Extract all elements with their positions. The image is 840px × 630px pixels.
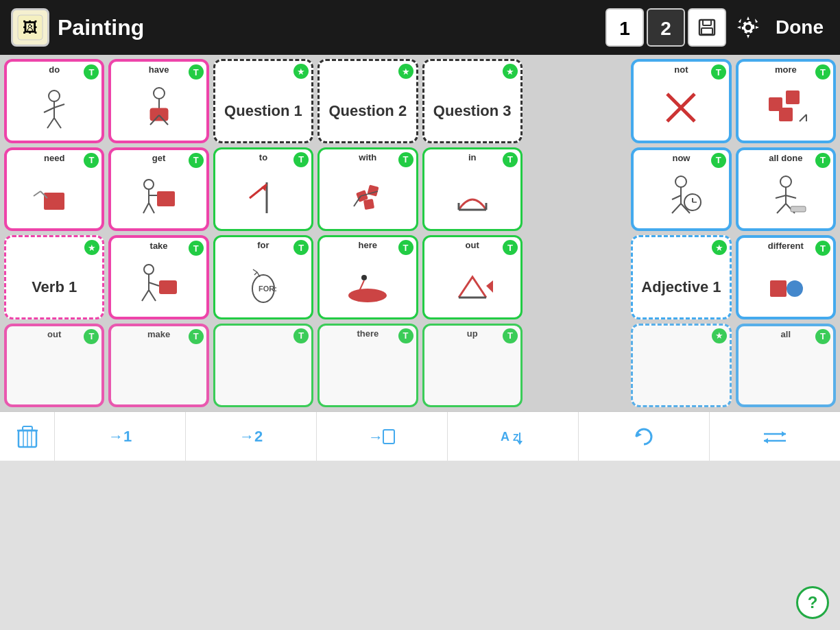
arrow2-button[interactable]: →2 bbox=[186, 412, 317, 461]
badge-t: T bbox=[503, 328, 518, 343]
app-title: Painting bbox=[58, 15, 597, 40]
svg-line-13 bbox=[54, 104, 64, 108]
badge-t: T bbox=[293, 240, 309, 255]
header: 🖼 Painting 1 2 Don bbox=[0, 0, 840, 55]
svg-rect-16 bbox=[150, 108, 168, 121]
cell-empty-1 bbox=[527, 59, 627, 143]
cell-there[interactable]: there T bbox=[317, 324, 418, 408]
svg-text:→: → bbox=[368, 428, 383, 446]
delete-button[interactable] bbox=[0, 412, 55, 461]
cell-question3[interactable]: ★ Question 3 bbox=[422, 59, 523, 143]
svg-rect-86 bbox=[383, 430, 394, 444]
sort-button[interactable]: AZ bbox=[448, 412, 579, 461]
cell-up[interactable]: up T bbox=[422, 324, 523, 408]
svg-line-64 bbox=[149, 290, 156, 301]
svg-line-24 bbox=[800, 114, 806, 121]
cell-question1[interactable]: ★ Question 1 bbox=[213, 59, 313, 143]
badge-t: T bbox=[293, 328, 309, 343]
svg-point-6 bbox=[745, 24, 752, 31]
svg-line-50 bbox=[672, 195, 681, 199]
cell-in[interactable]: in T bbox=[422, 147, 523, 232]
badge-t: T bbox=[84, 329, 99, 344]
svg-rect-77 bbox=[770, 280, 787, 297]
svg-marker-91 bbox=[636, 432, 642, 437]
svg-line-10 bbox=[44, 108, 54, 112]
badge-t: T bbox=[711, 64, 726, 80]
cell-adjective1[interactable]: ★ Adjective 1 bbox=[631, 235, 731, 319]
cell-different[interactable]: different T bbox=[736, 235, 836, 319]
cell-out2[interactable]: out T bbox=[4, 324, 104, 408]
page-1-button[interactable]: 1 bbox=[605, 8, 644, 47]
output-area: ? bbox=[0, 461, 840, 630]
cell-do[interactable]: do T bbox=[4, 59, 104, 143]
cell-not[interactable]: not T bbox=[631, 59, 731, 143]
cell-need[interactable]: need T bbox=[4, 147, 104, 232]
badge-t: T bbox=[189, 64, 204, 80]
badge-t: T bbox=[503, 240, 518, 255]
settings-button[interactable] bbox=[729, 8, 767, 47]
arrow1-button[interactable]: →1 bbox=[55, 412, 186, 461]
swap-button[interactable] bbox=[710, 412, 840, 461]
cell-verb1[interactable]: ★ Verb 1 bbox=[4, 235, 104, 319]
svg-rect-26 bbox=[44, 193, 64, 210]
svg-line-33 bbox=[149, 203, 154, 213]
badge-t: T bbox=[84, 153, 99, 168]
svg-marker-93 bbox=[782, 431, 786, 437]
refresh-button[interactable] bbox=[579, 412, 710, 461]
svg-rect-23 bbox=[779, 108, 793, 121]
badge-star: ★ bbox=[398, 64, 413, 79]
svg-line-12 bbox=[54, 118, 61, 128]
cell-empty-3 bbox=[527, 235, 627, 319]
save-button[interactable] bbox=[688, 8, 726, 47]
cell-all[interactable]: all T bbox=[736, 324, 836, 408]
svg-line-59 bbox=[786, 195, 796, 198]
svg-line-11 bbox=[47, 118, 54, 128]
svg-point-14 bbox=[154, 88, 165, 99]
badge-t: T bbox=[815, 153, 830, 168]
svg-marker-95 bbox=[764, 438, 768, 444]
cell-make[interactable]: make T bbox=[108, 324, 208, 408]
cell-more[interactable]: more T bbox=[736, 59, 836, 143]
badge-t: T bbox=[189, 153, 204, 168]
svg-rect-22 bbox=[786, 90, 800, 104]
arrowbox-button[interactable]: → bbox=[317, 412, 448, 461]
svg-rect-60 bbox=[791, 206, 806, 212]
cell-now[interactable]: now T bbox=[631, 147, 731, 232]
cell-get[interactable]: get T bbox=[108, 147, 208, 232]
cell-row4-3[interactable]: T bbox=[213, 324, 313, 408]
done-button[interactable]: Done bbox=[770, 16, 829, 38]
badge-t: T bbox=[815, 329, 830, 344]
badge-star: ★ bbox=[712, 328, 727, 343]
cell-adj-partial[interactable]: ★ bbox=[631, 324, 731, 408]
cell-have[interactable]: have T bbox=[108, 59, 208, 143]
cell-question2[interactable]: ★ Question 2 bbox=[317, 59, 418, 143]
cell-alldone[interactable]: all done T bbox=[736, 147, 836, 232]
svg-point-8 bbox=[49, 90, 60, 101]
cell-for[interactable]: for T FOR: bbox=[213, 235, 313, 319]
cell-take[interactable]: take T bbox=[108, 235, 208, 319]
cell-here[interactable]: here T bbox=[317, 235, 418, 319]
symbol-grid: do T have T ★ Question 1 ★ Question 2 ★ … bbox=[0, 55, 840, 411]
svg-line-48 bbox=[672, 204, 681, 213]
badge-t: T bbox=[711, 153, 726, 168]
svg-text:A: A bbox=[501, 430, 509, 444]
cell-with[interactable]: with T bbox=[317, 147, 418, 232]
badge-star: ★ bbox=[293, 64, 309, 79]
badge-t: T bbox=[815, 241, 830, 256]
badge-star: ★ bbox=[712, 240, 727, 255]
svg-point-61 bbox=[144, 265, 154, 274]
toolbar: →1 →2 → AZ bbox=[0, 411, 840, 461]
help-button[interactable]: ? bbox=[796, 586, 829, 619]
header-controls: 1 2 Done bbox=[605, 8, 829, 47]
page-2-button[interactable]: 2 bbox=[647, 8, 685, 47]
svg-line-28 bbox=[34, 191, 40, 196]
svg-point-78 bbox=[787, 280, 803, 297]
badge-t: T bbox=[398, 240, 413, 255]
badge-t: T bbox=[398, 152, 413, 167]
svg-line-58 bbox=[776, 195, 786, 198]
svg-marker-76 bbox=[486, 280, 493, 293]
cell-out[interactable]: out T bbox=[422, 235, 523, 319]
badge-t: T bbox=[189, 241, 204, 256]
cell-to[interactable]: to T bbox=[213, 147, 313, 232]
svg-line-65 bbox=[149, 282, 159, 286]
